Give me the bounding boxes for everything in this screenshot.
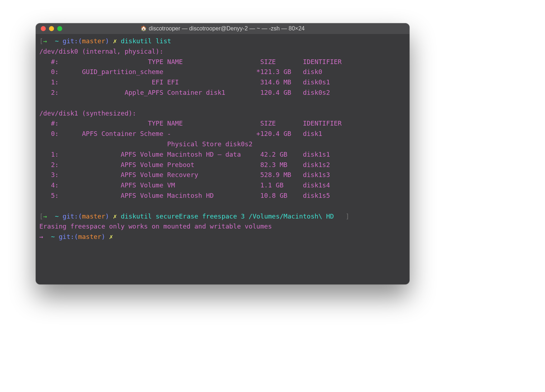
prompt-git-label: git: [63,212,78,220]
titlebar[interactable]: 🏠discotrooper — discotrooper@Denyy-2 — ~… [36,23,409,34]
prompt-paren-close: ) [105,37,109,45]
close-icon[interactable] [41,26,46,31]
disk1-row-5: 5: APFS Volume Macintosh HD 10.8 GB disk… [39,192,330,199]
prompt-arrow-icon: → [39,233,43,240]
prompt-cwd: ~ [51,233,55,240]
prompt-dirty-icon: ✗ [109,233,113,240]
prompt-branch: master [82,37,105,45]
error-message: Erasing freespace only works on mounted … [39,222,272,230]
window-title-text: discotrooper — discotrooper@Denyy-2 — ~ … [149,25,305,31]
prompt-paren-open: ( [78,212,82,220]
terminal-body[interactable]: [→ ~ git:(master) ✗ diskutil list /dev/d… [36,34,409,244]
disk0-row-2: 2: Apple_APFS Container disk1 120.4 GB d… [39,89,330,96]
prompt-git-label: git: [63,37,78,45]
disk1-columns: #: TYPE NAME SIZE IDENTIFIER [39,119,342,127]
prompt-cwd: ~ [55,37,59,45]
disk1-row-2: 2: APFS Volume Preboot 82.3 MB disk1s2 [39,161,330,168]
prompt-paren-open: ( [78,37,82,45]
minimize-icon[interactable] [49,26,54,31]
prompt-branch: master [78,233,101,240]
disk1-row-physical-store: Physical Store disk0s2 [39,140,252,148]
prompt-paren-close: ) [101,233,105,240]
prompt-paren-open: ( [74,233,78,240]
prompt-git-label: git: [59,233,74,240]
disk1-row-0: 0: APFS Container Scheme - +120.4 GB dis… [39,130,322,137]
window-title: 🏠discotrooper — discotrooper@Denyy-2 — ~… [36,25,409,32]
prompt-arrow-icon: → [43,37,47,45]
command-1: diskutil list [121,37,171,45]
prompt-dirty-icon: ✗ [113,212,117,220]
prompt-paren-close: ) [105,212,109,220]
disk1-row-4: 4: APFS Volume VM 1.1 GB disk1s4 [39,181,330,189]
prompt-cwd: ~ [55,212,59,220]
disk0-header: /dev/disk0 (internal, physical): [39,48,163,55]
prompt-bracket-open: [ [39,37,43,45]
disk0-row-0: 0: GUID_partition_scheme *121.3 GB disk0 [39,68,322,75]
disk1-row-1: 1: APFS Volume Macintosh HD — data 42.2 … [39,151,330,158]
disk1-header: /dev/disk1 (synthesized): [39,109,136,117]
disk0-row-1: 1: EFI EFI 314.6 MB disk0s1 [39,78,330,86]
command-2: diskutil secureErase freespace 3 /Volume… [121,212,334,220]
zoom-icon[interactable] [57,26,62,31]
disk0-columns: #: TYPE NAME SIZE IDENTIFIER [39,58,342,65]
prompt-branch: master [82,212,105,220]
prompt-bracket-close: ] [345,212,349,220]
prompt-dirty-icon: ✗ [113,37,117,45]
traffic-lights [41,26,62,31]
terminal-window[interactable]: 🏠discotrooper — discotrooper@Denyy-2 — ~… [36,23,409,284]
home-folder-icon: 🏠 [141,25,147,31]
prompt-arrow-icon: → [43,212,47,220]
disk1-row-3: 3: APFS Volume Recovery 528.9 MB disk1s3 [39,171,330,178]
prompt-bracket-open: [ [39,212,43,220]
